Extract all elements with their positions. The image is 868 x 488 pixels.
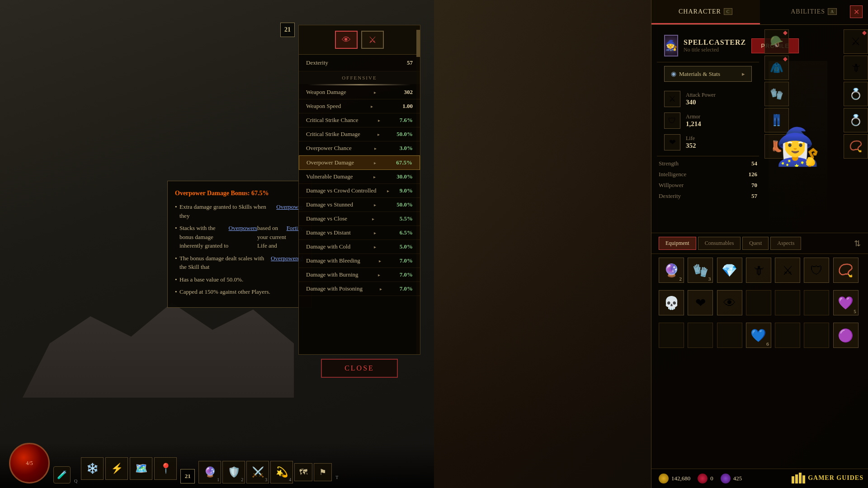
stat-arrow-9: ▸ — [372, 216, 374, 221]
stat-row-8[interactable]: Damage vs Stunned▸50.0% — [299, 198, 420, 212]
skill-slot-4[interactable]: 📍 — [154, 457, 177, 480]
equip-item-11[interactable] — [746, 290, 771, 315]
overpower-tooltip: Overpower Damage Bonus: 67.5% Extra dama… — [167, 181, 312, 308]
tab-character[interactable]: CHARACTER C — [651, 0, 760, 24]
equip-item-2[interactable]: 🧤 3 — [688, 258, 713, 283]
equip-item-21[interactable]: 🟣 — [833, 323, 859, 348]
stat-row-4[interactable]: Overpower Chance▸3.0% — [299, 141, 420, 155]
stat-row-12[interactable]: Damage with Bleeding▸7.0% — [299, 254, 420, 268]
stats-header: 👁 ⚔ — [299, 25, 420, 55]
equip-item-15[interactable] — [659, 323, 684, 348]
equip-tab-aspects[interactable]: Aspects — [770, 237, 801, 250]
equip-item-8[interactable]: 💀 — [659, 290, 684, 315]
action-slot-4[interactable]: 💫 4 — [270, 461, 293, 483]
item-icon-3: 💎 — [722, 263, 737, 278]
life-stat: ❤ Life 352 — [664, 134, 752, 150]
equip-grid-row2: 💀 ❤ 👁 💜 5 — [651, 286, 868, 319]
gear-amulet-icon: 📿 — [849, 140, 863, 153]
watermark-text: GAMER GUIDES — [808, 474, 863, 482]
stat-arrow-1: ▸ — [371, 104, 373, 109]
action-slot-2[interactable]: 🛡️ 2 — [222, 461, 245, 483]
skill-slot-special[interactable]: ❄️ — [81, 457, 104, 480]
gear-slot-amulet[interactable]: 📿 — [844, 134, 868, 159]
char-body: 🧙 SPELLCASTERZ No title selected PROFILE… — [651, 25, 868, 233]
stat-row-1[interactable]: Weapon Speed▸1.00 — [299, 99, 420, 113]
numbered-slots: 🔮 1 🛡️ 2 ⚔️ 3 💫 4 🗺 ⚑ — [198, 461, 332, 483]
stats-tab-helm[interactable]: ⚔ — [361, 31, 384, 49]
equip-item-19[interactable] — [775, 323, 800, 348]
gear-slot-ring1[interactable]: 💍 — [844, 82, 868, 106]
red-amount: 0 — [710, 475, 713, 482]
skill-icon-3: 🗺️ — [135, 463, 147, 474]
equip-item-20[interactable] — [804, 323, 829, 348]
sort-icon[interactable]: ⇅ — [854, 239, 861, 249]
skill-icon-4: 📍 — [160, 463, 172, 474]
life-icon: ❤ — [664, 134, 680, 150]
stat-row-14[interactable]: Damage with Poisoning▸7.0% — [299, 282, 420, 296]
item-icon-14: 💜 — [838, 296, 854, 310]
willpower-stat: Willpower 70 — [659, 182, 757, 189]
char-icon: 🧙 — [664, 35, 678, 56]
equip-item-18[interactable]: 💙 6 — [746, 323, 771, 348]
equip-item-7[interactable]: 📿 — [833, 258, 859, 283]
stat-arrow-7: ▸ — [387, 188, 389, 193]
stat-value-10: 6.5% — [400, 229, 413, 236]
gear-slot-head[interactable]: 🪖 — [764, 29, 789, 54]
equip-item-9[interactable]: ❤ — [688, 290, 713, 315]
equip-item-5[interactable]: ⚔ — [775, 258, 800, 283]
action-slot-1[interactable]: 🔮 1 — [198, 461, 221, 483]
equip-item-16[interactable] — [688, 323, 713, 348]
stat-row-2[interactable]: Critical Strike Chance▸7.6% — [299, 113, 420, 127]
gear-slot-offhand[interactable]: 🗡 — [844, 56, 868, 80]
close-x-button[interactable]: ✕ — [850, 5, 863, 18]
stat-value-14: 7.0% — [400, 285, 413, 292]
stat-row-11[interactable]: Damage with Cold▸5.0% — [299, 240, 420, 254]
stat-label-12: Damage with Bleeding — [306, 257, 360, 264]
slot-num-1: 1 — [217, 477, 219, 482]
skill-slot-3[interactable]: 🗺️ — [130, 457, 152, 480]
equip-item-10[interactable]: 👁 — [717, 290, 742, 315]
minimap-btn-1[interactable]: 🗺 — [294, 463, 312, 481]
stat-row-6[interactable]: Vulnerable Damage▸30.0% — [299, 170, 420, 184]
dexterity-row[interactable]: Dexterity 57 — [299, 55, 420, 71]
stat-label-7: Damage vs Crowd Controlled — [306, 187, 377, 194]
stat-label-13: Damage with Burning — [306, 271, 359, 278]
stat-row-3[interactable]: Critical Strike Damage▸50.0% — [299, 127, 420, 141]
action-slot-3[interactable]: ⚔️ 3 — [246, 461, 269, 483]
gear-offhand-icon: 🗡 — [850, 61, 861, 74]
equip-item-12[interactable] — [775, 290, 800, 315]
red-icon — [698, 474, 708, 483]
gear-slot-weapon[interactable]: ⚔ — [844, 29, 868, 54]
equip-item-13[interactable] — [804, 290, 829, 315]
close-button[interactable]: CLOSE — [321, 359, 398, 378]
mat-stats-button[interactable]: ◉ Materials & Stats ▸ — [664, 66, 752, 82]
stats-tab-eye[interactable]: 👁 — [335, 31, 358, 49]
stat-value-11: 5.0% — [400, 243, 413, 250]
equip-tab-quest[interactable]: Quest — [742, 237, 769, 250]
skill-slot-2[interactable]: ⚡ — [105, 457, 128, 480]
gear-slot-ring2[interactable]: 💍 — [844, 108, 868, 132]
stat-row-9[interactable]: Damage vs Close▸5.5% — [299, 212, 420, 226]
stat-row-7[interactable]: Damage vs Crowd Controlled▸9.0% — [299, 184, 420, 198]
purple-currency: 425 — [721, 474, 742, 483]
equip-grid-row3: 💙 6 🟣 — [651, 319, 868, 352]
potion-slot[interactable]: 🧪 — [53, 466, 71, 483]
equip-item-17[interactable] — [717, 323, 742, 348]
action-icon-1: 🔮 — [204, 466, 216, 478]
skill-icon-1: ❄️ — [86, 463, 99, 474]
stat-row-0[interactable]: Weapon Damage▸302 — [299, 85, 420, 99]
equip-item-1[interactable]: 🔮 2 — [659, 258, 684, 283]
stat-arrow-3: ▸ — [377, 132, 380, 137]
equip-item-14[interactable]: 💜 5 — [833, 290, 859, 315]
equip-tab-consumables[interactable]: Consumables — [698, 237, 741, 250]
attack-power-block: Attack Power 340 — [686, 92, 716, 106]
equip-item-3[interactable]: 💎 — [717, 258, 742, 283]
equip-item-6[interactable]: 🛡 — [804, 258, 829, 283]
stat-row-13[interactable]: Damage with Burning▸7.0% — [299, 268, 420, 282]
equip-tab-equipment[interactable]: Equipment — [659, 237, 696, 250]
minimap-btn-2[interactable]: ⚑ — [314, 463, 332, 481]
stat-row-5[interactable]: Overpower Damage▸67.5% — [299, 155, 420, 170]
willpower-label: Willpower — [659, 182, 684, 189]
stat-row-10[interactable]: Damage vs Distant▸6.5% — [299, 226, 420, 240]
equip-item-4[interactable]: 🗡 — [746, 258, 771, 283]
